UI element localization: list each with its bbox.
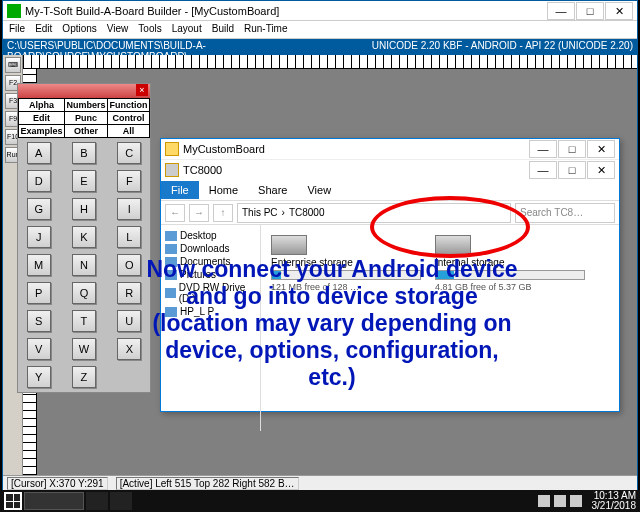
key-z[interactable]: Z <box>72 366 96 388</box>
explorer-addr-title: TC8000 <box>183 164 529 176</box>
ruler-horizontal <box>23 55 637 69</box>
key-d[interactable]: D <box>27 170 51 192</box>
status-cursor: [Cursor] X:370 Y:291 <box>7 477 108 490</box>
key-x[interactable]: X <box>117 338 141 360</box>
exp2-minimize[interactable]: — <box>529 161 557 179</box>
nav-label: Downloads <box>180 243 229 254</box>
key-y[interactable]: Y <box>27 366 51 388</box>
menu-layout[interactable]: Layout <box>172 23 202 36</box>
key-a[interactable]: A <box>27 142 51 164</box>
taskbar-search[interactable] <box>24 492 84 510</box>
explorer-title: MyCustomBoard <box>183 143 529 155</box>
taskbar: 10:13 AM 3/21/2018 <box>0 490 640 512</box>
key-c[interactable]: C <box>117 142 141 164</box>
clock-date: 3/21/2018 <box>592 501 637 511</box>
taskbar-clock[interactable]: 10:13 AM 3/21/2018 <box>592 491 637 511</box>
tab-view[interactable]: View <box>297 181 341 199</box>
nav-up[interactable]: ↑ <box>213 204 233 222</box>
nav-item[interactable]: Desktop <box>165 229 256 242</box>
nav-back[interactable]: ← <box>165 204 185 222</box>
key-i[interactable]: I <box>117 198 141 220</box>
taskbar-app-icon[interactable] <box>110 492 132 510</box>
exp-close[interactable]: ✕ <box>587 140 615 158</box>
cat-control[interactable]: Control <box>108 112 150 125</box>
drive-icon <box>165 163 179 177</box>
status-bar: [Cursor] X:370 Y:291 [Active] Left 515 T… <box>3 475 637 491</box>
folder-icon <box>165 244 177 254</box>
address-bar[interactable]: This PC› TC8000 <box>237 203 511 223</box>
key-u[interactable]: U <box>117 310 141 332</box>
key-e[interactable]: E <box>72 170 96 192</box>
explorer-titlebar-2: TC8000 — □ ✕ <box>161 159 619 179</box>
key-s[interactable]: S <box>27 310 51 332</box>
folder-icon <box>165 231 177 241</box>
drive-icon <box>435 235 471 255</box>
key-g[interactable]: G <box>27 198 51 220</box>
search-input[interactable]: Search TC8… <box>515 203 615 223</box>
key-t[interactable]: T <box>72 310 96 332</box>
key-j[interactable]: J <box>27 226 51 248</box>
cat-function[interactable]: Function <box>108 99 150 112</box>
key-p[interactable]: P <box>27 282 51 304</box>
titlebar: My-T-Soft Build-A-Board Builder - [MyCus… <box>3 1 637 21</box>
taskbar-cortana-icon[interactable] <box>86 492 108 510</box>
crumb-device[interactable]: TC8000 <box>289 207 325 218</box>
key-h[interactable]: H <box>72 198 96 220</box>
minimize-button[interactable]: — <box>547 2 575 20</box>
nav-fwd[interactable]: → <box>189 204 209 222</box>
drive-icon <box>271 235 307 255</box>
cat-punc[interactable]: Punc <box>65 112 108 125</box>
menu-tools[interactable]: Tools <box>138 23 161 36</box>
key-v[interactable]: V <box>27 338 51 360</box>
key-w[interactable]: W <box>72 338 96 360</box>
explorer-address-row: ← → ↑ This PC› TC8000 Search TC8… <box>161 201 619 225</box>
menu-runtime[interactable]: Run-Time <box>244 23 288 36</box>
cat-examples[interactable]: Examples <box>19 125 65 138</box>
nav-item[interactable]: Downloads <box>165 242 256 255</box>
exp-maximize[interactable]: □ <box>558 140 586 158</box>
keys-panel-close[interactable]: × <box>136 84 148 96</box>
tab-home[interactable]: Home <box>199 181 248 199</box>
exp-minimize[interactable]: — <box>529 140 557 158</box>
key-m[interactable]: M <box>27 254 51 276</box>
exp2-close[interactable]: ✕ <box>587 161 615 179</box>
cat-other[interactable]: Other <box>65 125 108 138</box>
key-k[interactable]: K <box>72 226 96 248</box>
tray-volume-icon[interactable] <box>570 495 582 507</box>
key-b[interactable]: B <box>72 142 96 164</box>
cat-all[interactable]: All <box>108 125 150 138</box>
key-q[interactable]: Q <box>72 282 96 304</box>
system-tray: 10:13 AM 3/21/2018 <box>538 491 637 511</box>
maximize-button[interactable]: □ <box>576 2 604 20</box>
key-o[interactable]: O <box>117 254 141 276</box>
tool-keyboard[interactable]: ⌨ <box>5 57 21 73</box>
key-f[interactable]: F <box>117 170 141 192</box>
explorer-titlebar: MyCustomBoard — □ ✕ <box>161 139 619 159</box>
key-l[interactable]: L <box>117 226 141 248</box>
tab-file[interactable]: File <box>161 181 199 199</box>
tab-share[interactable]: Share <box>248 181 297 199</box>
exp2-maximize[interactable]: □ <box>558 161 586 179</box>
cat-numbers[interactable]: Numbers <box>65 99 108 112</box>
close-button[interactable]: ✕ <box>605 2 633 20</box>
keys-panel: × AlphaNumbersFunction EditPuncControl E… <box>17 83 151 393</box>
menu-build[interactable]: Build <box>212 23 234 36</box>
menu-edit[interactable]: Edit <box>35 23 52 36</box>
explorer-ribbon: File Home Share View <box>161 179 619 201</box>
cat-alpha[interactable]: Alpha <box>19 99 65 112</box>
cat-edit[interactable]: Edit <box>19 112 65 125</box>
app-title: My-T-Soft Build-A-Board Builder - [MyCus… <box>25 5 547 17</box>
crumb-thispc[interactable]: This PC <box>242 207 278 218</box>
path-left: C:\USERS\PUBLIC\DOCUMENTS\BUILD-A-BOARD\… <box>7 40 372 54</box>
search-placeholder: Search TC8… <box>520 207 583 218</box>
tray-icon[interactable] <box>538 495 550 507</box>
menu-options[interactable]: Options <box>62 23 96 36</box>
menu-file[interactable]: File <box>9 23 25 36</box>
tray-network-icon[interactable] <box>554 495 566 507</box>
menu-view[interactable]: View <box>107 23 129 36</box>
key-n[interactable]: N <box>72 254 96 276</box>
menu-bar: File Edit Options View Tools Layout Buil… <box>3 21 637 39</box>
key-r[interactable]: R <box>117 282 141 304</box>
start-button[interactable] <box>4 492 22 510</box>
path-bar: C:\USERS\PUBLIC\DOCUMENTS\BUILD-A-BOARD\… <box>3 39 637 55</box>
